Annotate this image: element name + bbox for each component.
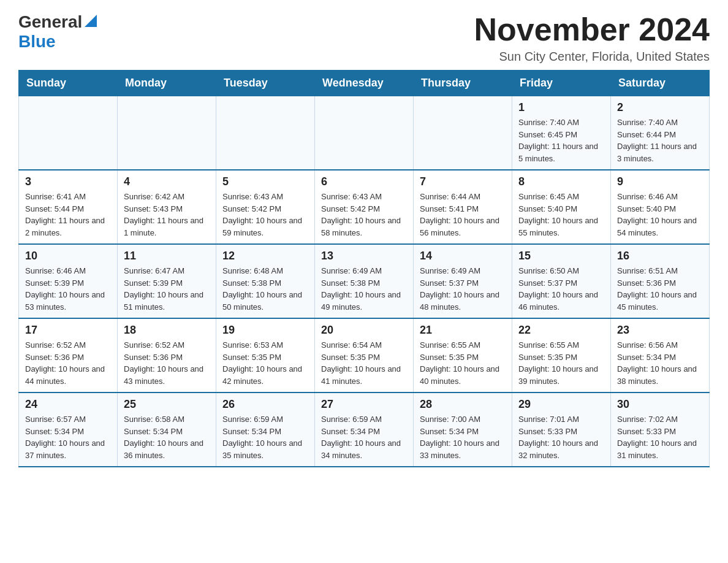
calendar-cell: 13Sunrise: 6:49 AM Sunset: 5:38 PM Dayli… bbox=[315, 244, 414, 318]
day-number: 10 bbox=[25, 250, 111, 262]
calendar-cell: 23Sunrise: 6:56 AM Sunset: 5:34 PM Dayli… bbox=[611, 318, 710, 393]
day-info: Sunrise: 7:40 AM Sunset: 6:44 PM Dayligh… bbox=[617, 117, 703, 164]
page-header: General Blue November 2024 Sun City Cent… bbox=[18, 12, 710, 64]
calendar-cell: 21Sunrise: 6:55 AM Sunset: 5:35 PM Dayli… bbox=[414, 318, 512, 393]
day-number: 27 bbox=[321, 398, 407, 411]
day-number: 2 bbox=[617, 101, 703, 114]
calendar-cell: 29Sunrise: 7:01 AM Sunset: 5:33 PM Dayli… bbox=[512, 393, 611, 467]
calendar-cell bbox=[315, 96, 414, 170]
day-info: Sunrise: 6:55 AM Sunset: 5:35 PM Dayligh… bbox=[518, 339, 604, 387]
day-number: 5 bbox=[222, 175, 308, 188]
day-info: Sunrise: 6:52 AM Sunset: 5:36 PM Dayligh… bbox=[124, 339, 210, 387]
day-number: 26 bbox=[222, 398, 308, 411]
day-number: 25 bbox=[124, 398, 210, 411]
day-info: Sunrise: 6:58 AM Sunset: 5:34 PM Dayligh… bbox=[124, 413, 210, 461]
day-info: Sunrise: 6:44 AM Sunset: 5:41 PM Dayligh… bbox=[420, 191, 506, 239]
weekday-header-thursday: Thursday bbox=[414, 71, 512, 96]
day-number: 24 bbox=[25, 398, 111, 411]
day-info: Sunrise: 7:02 AM Sunset: 5:33 PM Dayligh… bbox=[617, 413, 703, 461]
day-number: 17 bbox=[25, 324, 111, 337]
day-number: 30 bbox=[617, 398, 703, 411]
day-number: 3 bbox=[25, 175, 111, 188]
week-row-3: 10Sunrise: 6:46 AM Sunset: 5:39 PM Dayli… bbox=[19, 244, 710, 318]
day-info: Sunrise: 6:51 AM Sunset: 5:36 PM Dayligh… bbox=[617, 265, 703, 313]
calendar-cell: 28Sunrise: 7:00 AM Sunset: 5:34 PM Dayli… bbox=[414, 393, 512, 467]
day-info: Sunrise: 6:43 AM Sunset: 5:42 PM Dayligh… bbox=[321, 191, 407, 239]
day-info: Sunrise: 7:01 AM Sunset: 5:33 PM Dayligh… bbox=[518, 413, 604, 461]
day-info: Sunrise: 6:50 AM Sunset: 5:37 PM Dayligh… bbox=[518, 265, 604, 313]
day-info: Sunrise: 6:59 AM Sunset: 5:34 PM Dayligh… bbox=[321, 413, 407, 461]
logo-blue-text: Blue bbox=[18, 32, 56, 51]
day-number: 11 bbox=[124, 250, 210, 262]
day-info: Sunrise: 6:47 AM Sunset: 5:39 PM Dayligh… bbox=[124, 265, 210, 313]
day-info: Sunrise: 6:54 AM Sunset: 5:35 PM Dayligh… bbox=[321, 339, 407, 387]
weekday-header-saturday: Saturday bbox=[611, 71, 710, 96]
calendar-cell: 26Sunrise: 6:59 AM Sunset: 5:34 PM Dayli… bbox=[216, 393, 315, 467]
day-number: 28 bbox=[420, 398, 506, 411]
day-info: Sunrise: 6:55 AM Sunset: 5:35 PM Dayligh… bbox=[420, 339, 506, 387]
title-block: November 2024 Sun City Center, Florida, … bbox=[474, 12, 710, 64]
calendar-table: SundayMondayTuesdayWednesdayThursdayFrid… bbox=[18, 70, 710, 467]
svg-marker-0 bbox=[85, 15, 97, 27]
day-info: Sunrise: 6:49 AM Sunset: 5:37 PM Dayligh… bbox=[420, 265, 506, 313]
day-number: 20 bbox=[321, 324, 407, 337]
calendar-subtitle: Sun City Center, Florida, United States bbox=[474, 50, 710, 64]
week-row-5: 24Sunrise: 6:57 AM Sunset: 5:34 PM Dayli… bbox=[19, 393, 710, 467]
calendar-cell: 2Sunrise: 7:40 AM Sunset: 6:44 PM Daylig… bbox=[611, 96, 710, 170]
weekday-header-sunday: Sunday bbox=[19, 71, 118, 96]
day-info: Sunrise: 6:41 AM Sunset: 5:44 PM Dayligh… bbox=[25, 191, 111, 239]
calendar-cell bbox=[216, 96, 315, 170]
day-info: Sunrise: 6:59 AM Sunset: 5:34 PM Dayligh… bbox=[222, 413, 308, 461]
calendar-cell: 18Sunrise: 6:52 AM Sunset: 5:36 PM Dayli… bbox=[118, 318, 216, 393]
day-number: 8 bbox=[518, 175, 604, 188]
day-number: 13 bbox=[321, 250, 407, 262]
day-number: 15 bbox=[518, 250, 604, 262]
day-number: 21 bbox=[420, 324, 506, 337]
calendar-cell: 25Sunrise: 6:58 AM Sunset: 5:34 PM Dayli… bbox=[118, 393, 216, 467]
calendar-cell: 6Sunrise: 6:43 AM Sunset: 5:42 PM Daylig… bbox=[315, 170, 414, 244]
day-number: 6 bbox=[321, 175, 407, 188]
calendar-cell: 11Sunrise: 6:47 AM Sunset: 5:39 PM Dayli… bbox=[118, 244, 216, 318]
day-info: Sunrise: 7:40 AM Sunset: 6:45 PM Dayligh… bbox=[518, 117, 604, 164]
calendar-cell: 20Sunrise: 6:54 AM Sunset: 5:35 PM Dayli… bbox=[315, 318, 414, 393]
week-row-4: 17Sunrise: 6:52 AM Sunset: 5:36 PM Dayli… bbox=[19, 318, 710, 393]
day-info: Sunrise: 6:52 AM Sunset: 5:36 PM Dayligh… bbox=[25, 339, 111, 387]
calendar-cell: 10Sunrise: 6:46 AM Sunset: 5:39 PM Dayli… bbox=[19, 244, 118, 318]
calendar-cell: 4Sunrise: 6:42 AM Sunset: 5:43 PM Daylig… bbox=[118, 170, 216, 244]
calendar-cell: 12Sunrise: 6:48 AM Sunset: 5:38 PM Dayli… bbox=[216, 244, 315, 318]
calendar-cell bbox=[414, 96, 512, 170]
day-info: Sunrise: 6:42 AM Sunset: 5:43 PM Dayligh… bbox=[124, 191, 210, 239]
calendar-cell: 9Sunrise: 6:46 AM Sunset: 5:40 PM Daylig… bbox=[611, 170, 710, 244]
day-info: Sunrise: 6:43 AM Sunset: 5:42 PM Dayligh… bbox=[222, 191, 308, 239]
day-number: 16 bbox=[617, 250, 703, 262]
day-info: Sunrise: 6:48 AM Sunset: 5:38 PM Dayligh… bbox=[222, 265, 308, 313]
logo-arrow-icon bbox=[85, 15, 97, 27]
calendar-cell bbox=[118, 96, 216, 170]
calendar-cell: 3Sunrise: 6:41 AM Sunset: 5:44 PM Daylig… bbox=[19, 170, 118, 244]
calendar-cell: 30Sunrise: 7:02 AM Sunset: 5:33 PM Dayli… bbox=[611, 393, 710, 467]
calendar-cell: 14Sunrise: 6:49 AM Sunset: 5:37 PM Dayli… bbox=[414, 244, 512, 318]
day-info: Sunrise: 6:53 AM Sunset: 5:35 PM Dayligh… bbox=[222, 339, 308, 387]
calendar-cell: 22Sunrise: 6:55 AM Sunset: 5:35 PM Dayli… bbox=[512, 318, 611, 393]
day-info: Sunrise: 6:56 AM Sunset: 5:34 PM Dayligh… bbox=[617, 339, 703, 387]
calendar-cell bbox=[19, 96, 118, 170]
calendar-title: November 2024 bbox=[474, 12, 710, 47]
day-number: 19 bbox=[222, 324, 308, 337]
day-number: 9 bbox=[617, 175, 703, 188]
calendar-cell: 7Sunrise: 6:44 AM Sunset: 5:41 PM Daylig… bbox=[414, 170, 512, 244]
day-info: Sunrise: 6:46 AM Sunset: 5:40 PM Dayligh… bbox=[617, 191, 703, 239]
weekday-header-row: SundayMondayTuesdayWednesdayThursdayFrid… bbox=[19, 71, 710, 96]
calendar-cell: 17Sunrise: 6:52 AM Sunset: 5:36 PM Dayli… bbox=[19, 318, 118, 393]
calendar-cell: 15Sunrise: 6:50 AM Sunset: 5:37 PM Dayli… bbox=[512, 244, 611, 318]
day-number: 22 bbox=[518, 324, 604, 337]
day-number: 7 bbox=[420, 175, 506, 188]
weekday-header-tuesday: Tuesday bbox=[216, 71, 315, 96]
day-info: Sunrise: 7:00 AM Sunset: 5:34 PM Dayligh… bbox=[420, 413, 506, 461]
week-row-2: 3Sunrise: 6:41 AM Sunset: 5:44 PM Daylig… bbox=[19, 170, 710, 244]
day-number: 14 bbox=[420, 250, 506, 262]
week-row-1: 1Sunrise: 7:40 AM Sunset: 6:45 PM Daylig… bbox=[19, 96, 710, 170]
calendar-cell: 16Sunrise: 6:51 AM Sunset: 5:36 PM Dayli… bbox=[611, 244, 710, 318]
weekday-header-friday: Friday bbox=[512, 71, 611, 96]
day-number: 29 bbox=[518, 398, 604, 411]
calendar-cell: 1Sunrise: 7:40 AM Sunset: 6:45 PM Daylig… bbox=[512, 96, 611, 170]
